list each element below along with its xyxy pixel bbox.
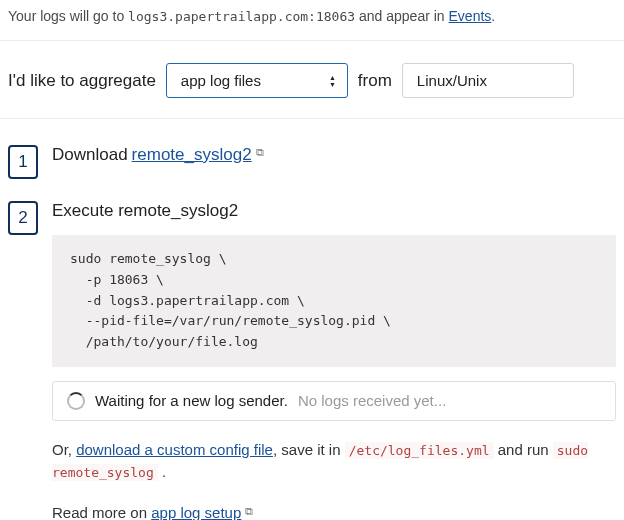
- step-1-title-pre: Download: [52, 145, 128, 165]
- app-log-setup-link[interactable]: app log setup: [151, 504, 241, 520]
- log-host: logs3.papertrailapp.com:18063: [128, 9, 355, 24]
- status-secondary: No logs received yet...: [298, 392, 446, 409]
- intro-line: Your logs will go to logs3.papertrailapp…: [0, 8, 624, 41]
- status-box: Waiting for a new log sender. No logs re…: [52, 381, 616, 421]
- alt-post: and run: [494, 441, 553, 458]
- events-link[interactable]: Events: [449, 8, 492, 24]
- step-1-title: Download remote_syslog2 ⧉: [52, 145, 616, 165]
- readmore-pre: Read more on: [52, 504, 151, 520]
- step-2-title-text: Execute remote_syslog2: [52, 201, 238, 221]
- step-1-body: Download remote_syslog2 ⧉: [52, 145, 616, 165]
- remote-syslog2-link[interactable]: remote_syslog2: [132, 145, 252, 165]
- alt-pre: Or,: [52, 441, 76, 458]
- os-select-wrap: Linux/Unix: [402, 63, 574, 98]
- external-link-icon: ⧉: [256, 146, 264, 159]
- status-primary: Waiting for a new log sender.: [95, 392, 288, 409]
- source-select[interactable]: app log files: [166, 63, 348, 98]
- step-2-number: 2: [8, 201, 38, 235]
- step-1: 1 Download remote_syslog2 ⧉: [0, 145, 624, 201]
- source-select-wrap: app log files ▲▼: [166, 63, 348, 98]
- external-link-icon: ⧉: [245, 505, 253, 517]
- step-2: 2 Execute remote_syslog2 sudo remote_sys…: [0, 201, 624, 520]
- aggregate-controls: I'd like to aggregate app log files ▲▼ f…: [0, 41, 624, 119]
- os-select[interactable]: Linux/Unix: [402, 63, 574, 98]
- readmore-paragraph: Read more on app log setup ⧉: [52, 502, 616, 520]
- command-code-block[interactable]: sudo remote_syslog \ -p 18063 \ -d logs3…: [52, 235, 616, 367]
- aggregate-label-mid: from: [358, 71, 392, 91]
- alt-end: .: [158, 463, 166, 480]
- alt-paragraph: Or, download a custom config file, save …: [52, 439, 616, 484]
- aggregate-label-pre: I'd like to aggregate: [8, 71, 156, 91]
- custom-config-link[interactable]: download a custom config file: [76, 441, 273, 458]
- intro-prefix: Your logs will go to: [8, 8, 128, 24]
- config-path: /etc/log_files.yml: [345, 442, 494, 459]
- intro-middle: and appear in: [359, 8, 449, 24]
- step-2-title: Execute remote_syslog2: [52, 201, 616, 221]
- source-select-value: app log files: [181, 72, 261, 89]
- step-1-number: 1: [8, 145, 38, 179]
- spinner-icon: [67, 392, 85, 410]
- alt-mid: , save it in: [273, 441, 345, 458]
- step-2-body: Execute remote_syslog2 sudo remote_syslo…: [52, 201, 616, 520]
- page-root: Your logs will go to logs3.papertrailapp…: [0, 0, 624, 520]
- intro-suffix: .: [491, 8, 495, 24]
- os-select-value: Linux/Unix: [417, 72, 487, 89]
